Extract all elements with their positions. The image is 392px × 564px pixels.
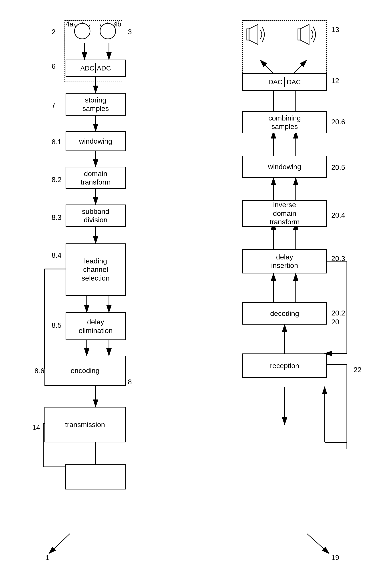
- domain-transform-label: domain transform: [81, 169, 111, 187]
- ref-14: 14: [32, 424, 40, 432]
- dac-block-rx: DAC DAC: [242, 73, 327, 91]
- ref-8-3: 8.3: [52, 213, 61, 222]
- subband-division-label: subband division: [82, 207, 109, 224]
- dac-left-label: DAC: [268, 78, 282, 86]
- domain-transform-block: domain transform: [66, 167, 126, 189]
- decoding-label: decoding: [270, 309, 299, 318]
- ref-3: 3: [128, 28, 132, 36]
- transmission-label: transmission: [65, 420, 105, 429]
- ref-20-2: 20.2: [331, 309, 345, 317]
- dac-right-label: DAC: [287, 78, 301, 86]
- ref-20-3: 20.3: [331, 255, 345, 263]
- delay-elimination-block: delay elimination: [66, 312, 126, 340]
- leading-channel-selection-label: leading channel selection: [82, 257, 110, 282]
- ref-8-4: 8.4: [52, 251, 61, 260]
- ref-19: 19: [331, 553, 339, 562]
- rx-speaker-left: [245, 22, 267, 47]
- leading-channel-selection-block: leading channel selection: [66, 243, 126, 296]
- windowing-rx-label: windowing: [268, 163, 301, 171]
- inverse-domain-transform-label: inverse domain transform: [269, 201, 299, 226]
- svg-point-48: [74, 23, 90, 39]
- ref-4b: 4b: [113, 20, 121, 28]
- combining-samples-block: combining samples: [242, 111, 327, 133]
- ref-22: 22: [353, 366, 362, 374]
- ref-12: 12: [331, 77, 339, 85]
- svg-line-46: [49, 534, 70, 553]
- storing-samples-label: storing samples: [82, 96, 109, 113]
- combining-samples-label: combining samples: [268, 114, 301, 131]
- ref-8-2: 8.2: [52, 176, 61, 184]
- inverse-domain-transform-block: inverse domain transform: [242, 200, 327, 227]
- encoding-label: encoding: [71, 366, 100, 375]
- windowing-tx-label: windowing: [79, 137, 112, 145]
- ref-20: 20: [331, 318, 339, 326]
- adc-right-label: ADC: [97, 64, 111, 72]
- ref-20-5: 20.5: [331, 163, 345, 172]
- svg-marker-58: [300, 25, 309, 44]
- ref-20-6: 20.6: [331, 118, 345, 126]
- ref-4a: 4a: [66, 20, 74, 28]
- svg-line-50: [74, 25, 76, 27]
- reception-label: reception: [270, 361, 299, 370]
- storing-samples-block: storing samples: [66, 93, 126, 116]
- subband-division-block: subband division: [66, 205, 126, 227]
- svg-line-51: [89, 25, 90, 27]
- svg-rect-57: [247, 29, 249, 40]
- transmission-block: transmission: [44, 407, 126, 442]
- ref-1: 1: [46, 553, 50, 562]
- ref-8-5: 8.5: [52, 321, 61, 330]
- svg-rect-59: [298, 29, 300, 40]
- ref-6: 6: [52, 62, 56, 70]
- svg-line-47: [307, 534, 329, 553]
- windowing-rx-block: windowing: [242, 156, 327, 178]
- diagram: ADC ADC storing samples windowing domain…: [0, 0, 392, 564]
- encoding-block: encoding: [44, 356, 126, 386]
- ref-2: 2: [52, 28, 56, 36]
- svg-marker-56: [249, 25, 258, 44]
- ref-8-6: 8.6: [34, 367, 44, 375]
- decoding-block: decoding: [242, 302, 327, 325]
- ref-20-4: 20.4: [331, 211, 345, 220]
- reception-block: reception: [242, 354, 327, 378]
- ref-8-1: 8.1: [52, 138, 61, 146]
- svg-rect-45: [66, 465, 126, 489]
- adc-block-tx: ADC ADC: [66, 60, 126, 77]
- tx-antenna-left: [73, 22, 91, 40]
- delay-insertion-block: delay insertion: [242, 249, 327, 274]
- windowing-tx-block: windowing: [66, 131, 126, 151]
- delay-elimination-label: delay elimination: [79, 318, 113, 335]
- adc-left-label: ADC: [80, 64, 94, 72]
- ref-8: 8: [128, 378, 132, 386]
- svg-line-54: [100, 25, 101, 27]
- rx-speaker-right: [296, 22, 318, 47]
- ref-7: 7: [52, 101, 56, 109]
- ref-13: 13: [331, 26, 339, 34]
- delay-insertion-label: delay insertion: [271, 253, 298, 270]
